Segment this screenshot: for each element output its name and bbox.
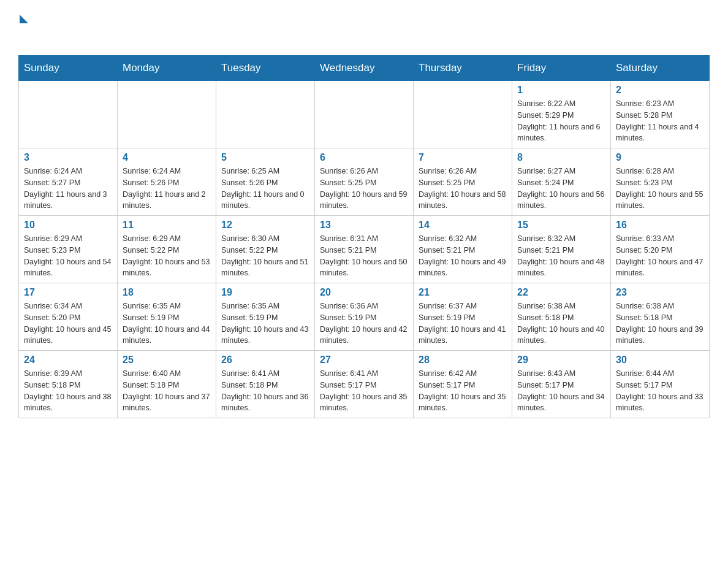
day-info: Sunrise: 6:41 AMSunset: 5:17 PMDaylight:… xyxy=(320,368,408,414)
weekday-header-thursday: Thursday xyxy=(414,56,512,81)
day-number: 8 xyxy=(517,152,605,163)
day-number: 20 xyxy=(320,287,408,298)
weekday-header-saturday: Saturday xyxy=(611,56,710,81)
weekday-header-sunday: Sunday xyxy=(19,56,118,81)
day-number: 19 xyxy=(221,287,309,298)
calendar-cell: 12Sunrise: 6:30 AMSunset: 5:22 PMDayligh… xyxy=(216,216,315,283)
calendar-cell: 22Sunrise: 6:38 AMSunset: 5:18 PMDayligh… xyxy=(512,283,611,351)
calendar-cell: 8Sunrise: 6:27 AMSunset: 5:24 PMDaylight… xyxy=(512,148,611,216)
calendar-cell: 3Sunrise: 6:24 AMSunset: 5:27 PMDaylight… xyxy=(19,148,118,216)
calendar-cell: 18Sunrise: 6:35 AMSunset: 5:19 PMDayligh… xyxy=(118,283,216,351)
calendar-cell: 14Sunrise: 6:32 AMSunset: 5:21 PMDayligh… xyxy=(414,216,512,283)
calendar-cell: 11Sunrise: 6:29 AMSunset: 5:22 PMDayligh… xyxy=(118,216,216,283)
calendar-cell: 19Sunrise: 6:35 AMSunset: 5:19 PMDayligh… xyxy=(216,283,315,351)
day-number: 6 xyxy=(320,152,408,163)
weekday-header-monday: Monday xyxy=(118,56,216,81)
day-number: 4 xyxy=(123,152,211,163)
day-number: 7 xyxy=(419,152,507,163)
day-info: Sunrise: 6:41 AMSunset: 5:18 PMDaylight:… xyxy=(221,368,309,414)
calendar-cell: 15Sunrise: 6:32 AMSunset: 5:21 PMDayligh… xyxy=(512,216,611,283)
calendar-cell: 24Sunrise: 6:39 AMSunset: 5:18 PMDayligh… xyxy=(19,351,118,418)
day-number: 3 xyxy=(24,152,112,163)
day-info: Sunrise: 6:43 AMSunset: 5:17 PMDaylight:… xyxy=(517,368,605,414)
day-number: 30 xyxy=(616,354,704,366)
day-info: Sunrise: 6:28 AMSunset: 5:23 PMDaylight:… xyxy=(616,166,704,212)
page-header xyxy=(18,12,710,43)
day-number: 14 xyxy=(419,220,507,231)
calendar-week-row: 17Sunrise: 6:34 AMSunset: 5:20 PMDayligh… xyxy=(19,283,710,351)
day-number: 18 xyxy=(123,287,211,298)
day-number: 11 xyxy=(123,220,211,231)
day-number: 25 xyxy=(123,354,211,366)
day-number: 2 xyxy=(616,85,704,96)
day-number: 10 xyxy=(24,220,112,231)
day-number: 21 xyxy=(419,287,507,298)
day-info: Sunrise: 6:23 AMSunset: 5:28 PMDaylight:… xyxy=(616,98,704,144)
day-number: 27 xyxy=(320,354,408,366)
calendar-cell: 29Sunrise: 6:43 AMSunset: 5:17 PMDayligh… xyxy=(512,351,611,418)
calendar-cell: 5Sunrise: 6:25 AMSunset: 5:26 PMDaylight… xyxy=(216,148,315,216)
day-info: Sunrise: 6:39 AMSunset: 5:18 PMDaylight:… xyxy=(24,368,112,414)
logo xyxy=(18,12,28,43)
calendar-cell: 30Sunrise: 6:44 AMSunset: 5:17 PMDayligh… xyxy=(611,351,710,418)
calendar-cell: 13Sunrise: 6:31 AMSunset: 5:21 PMDayligh… xyxy=(315,216,414,283)
calendar-cell: 1Sunrise: 6:22 AMSunset: 5:29 PMDaylight… xyxy=(512,81,611,148)
weekday-header-tuesday: Tuesday xyxy=(216,56,315,81)
day-info: Sunrise: 6:38 AMSunset: 5:18 PMDaylight:… xyxy=(616,301,704,347)
day-number: 17 xyxy=(24,287,112,298)
calendar-cell: 4Sunrise: 6:24 AMSunset: 5:26 PMDaylight… xyxy=(118,148,216,216)
day-info: Sunrise: 6:44 AMSunset: 5:17 PMDaylight:… xyxy=(616,368,704,414)
calendar-week-row: 24Sunrise: 6:39 AMSunset: 5:18 PMDayligh… xyxy=(19,351,710,418)
day-info: Sunrise: 6:24 AMSunset: 5:27 PMDaylight:… xyxy=(24,166,112,212)
calendar-cell: 27Sunrise: 6:41 AMSunset: 5:17 PMDayligh… xyxy=(315,351,414,418)
day-info: Sunrise: 6:24 AMSunset: 5:26 PMDaylight:… xyxy=(123,166,211,212)
calendar-cell xyxy=(216,81,315,148)
day-number: 15 xyxy=(517,220,605,231)
day-info: Sunrise: 6:32 AMSunset: 5:21 PMDaylight:… xyxy=(419,233,507,279)
calendar-cell: 9Sunrise: 6:28 AMSunset: 5:23 PMDaylight… xyxy=(611,148,710,216)
day-number: 1 xyxy=(517,85,605,96)
logo-arrow-icon xyxy=(20,15,28,23)
day-info: Sunrise: 6:35 AMSunset: 5:19 PMDaylight:… xyxy=(221,301,309,347)
calendar-cell: 2Sunrise: 6:23 AMSunset: 5:28 PMDaylight… xyxy=(611,81,710,148)
day-number: 9 xyxy=(616,152,704,163)
day-info: Sunrise: 6:38 AMSunset: 5:18 PMDaylight:… xyxy=(517,301,605,347)
weekday-header-row: SundayMondayTuesdayWednesdayThursdayFrid… xyxy=(19,56,710,81)
calendar-cell: 17Sunrise: 6:34 AMSunset: 5:20 PMDayligh… xyxy=(19,283,118,351)
day-number: 29 xyxy=(517,354,605,366)
day-number: 28 xyxy=(419,354,507,366)
day-number: 5 xyxy=(221,152,309,163)
calendar-cell: 23Sunrise: 6:38 AMSunset: 5:18 PMDayligh… xyxy=(611,283,710,351)
day-info: Sunrise: 6:37 AMSunset: 5:19 PMDaylight:… xyxy=(419,301,507,347)
calendar-cell: 6Sunrise: 6:26 AMSunset: 5:25 PMDaylight… xyxy=(315,148,414,216)
day-number: 24 xyxy=(24,354,112,366)
day-info: Sunrise: 6:29 AMSunset: 5:22 PMDaylight:… xyxy=(123,233,211,279)
day-info: Sunrise: 6:25 AMSunset: 5:26 PMDaylight:… xyxy=(221,166,309,212)
calendar-table: SundayMondayTuesdayWednesdayThursdayFrid… xyxy=(18,55,710,418)
weekday-header-wednesday: Wednesday xyxy=(315,56,414,81)
day-info: Sunrise: 6:22 AMSunset: 5:29 PMDaylight:… xyxy=(517,98,605,144)
calendar-cell: 7Sunrise: 6:26 AMSunset: 5:25 PMDaylight… xyxy=(414,148,512,216)
day-number: 12 xyxy=(221,220,309,231)
day-number: 22 xyxy=(517,287,605,298)
calendar-cell xyxy=(315,81,414,148)
day-info: Sunrise: 6:26 AMSunset: 5:25 PMDaylight:… xyxy=(320,166,408,212)
day-info: Sunrise: 6:27 AMSunset: 5:24 PMDaylight:… xyxy=(517,166,605,212)
day-info: Sunrise: 6:35 AMSunset: 5:19 PMDaylight:… xyxy=(123,301,211,347)
calendar-cell: 21Sunrise: 6:37 AMSunset: 5:19 PMDayligh… xyxy=(414,283,512,351)
day-number: 16 xyxy=(616,220,704,231)
day-info: Sunrise: 6:36 AMSunset: 5:19 PMDaylight:… xyxy=(320,301,408,347)
day-info: Sunrise: 6:31 AMSunset: 5:21 PMDaylight:… xyxy=(320,233,408,279)
calendar-cell: 26Sunrise: 6:41 AMSunset: 5:18 PMDayligh… xyxy=(216,351,315,418)
day-info: Sunrise: 6:29 AMSunset: 5:23 PMDaylight:… xyxy=(24,233,112,279)
weekday-header-friday: Friday xyxy=(512,56,611,81)
calendar-week-row: 1Sunrise: 6:22 AMSunset: 5:29 PMDaylight… xyxy=(19,81,710,148)
day-number: 13 xyxy=(320,220,408,231)
day-number: 23 xyxy=(616,287,704,298)
day-info: Sunrise: 6:32 AMSunset: 5:21 PMDaylight:… xyxy=(517,233,605,279)
calendar-week-row: 10Sunrise: 6:29 AMSunset: 5:23 PMDayligh… xyxy=(19,216,710,283)
calendar-cell: 28Sunrise: 6:42 AMSunset: 5:17 PMDayligh… xyxy=(414,351,512,418)
day-info: Sunrise: 6:40 AMSunset: 5:18 PMDaylight:… xyxy=(123,368,211,414)
calendar-cell: 16Sunrise: 6:33 AMSunset: 5:20 PMDayligh… xyxy=(611,216,710,283)
calendar-cell: 10Sunrise: 6:29 AMSunset: 5:23 PMDayligh… xyxy=(19,216,118,283)
